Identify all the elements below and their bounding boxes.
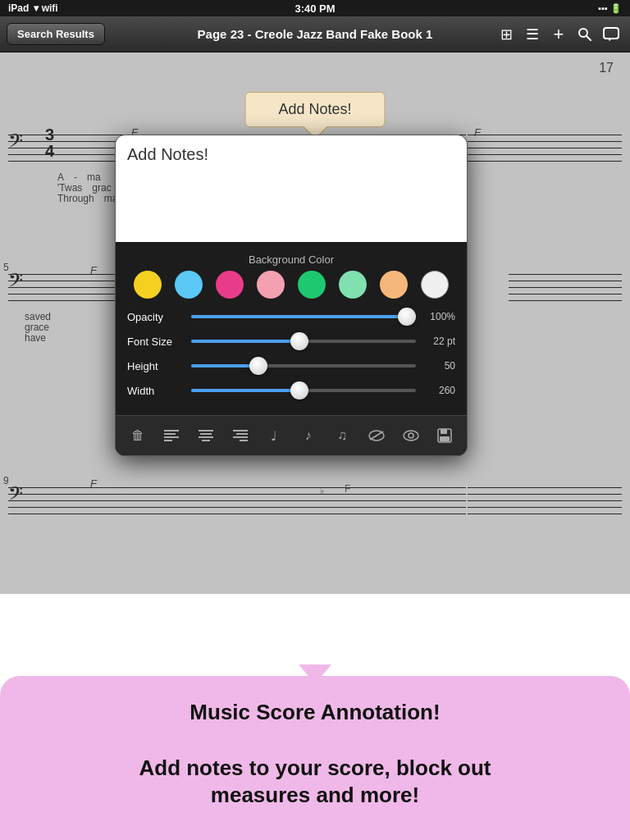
- nav-title: Page 23 - Creole Jazz Band Fake Book 1: [198, 27, 433, 41]
- svg-rect-3: [164, 430, 179, 431]
- note-panel: Add Notes! Background Color Opacity: [115, 135, 468, 456]
- svg-rect-6: [164, 440, 172, 441]
- annotation-line2: Add notes to your score, block out: [33, 755, 597, 783]
- color-peach[interactable]: [380, 271, 408, 299]
- nav-icons: ⊞ ☰ +: [494, 22, 623, 47]
- trash-icon[interactable]: 🗑: [125, 422, 151, 449]
- width-value: 260: [422, 385, 455, 396]
- annotation-bubble: Music Score Annotation! Add notes to you…: [0, 676, 630, 840]
- time-display: 3:40 PM: [294, 2, 335, 15]
- svg-rect-11: [233, 430, 248, 431]
- list-view-icon[interactable]: ☰: [520, 22, 545, 47]
- annotation-line3: measures and more!: [33, 782, 597, 810]
- sheet-area: 17 𝄢 34: [0, 52, 630, 594]
- width-row: Width 260: [127, 382, 455, 399]
- save-icon[interactable]: [431, 422, 458, 449]
- svg-rect-13: [233, 436, 248, 438]
- status-bar: iPad ▾ wifi 3:40 PM ▪▪▪ 🔋: [0, 0, 630, 16]
- annotation-line1: Music Score Annotation!: [33, 699, 597, 727]
- color-green[interactable]: [298, 271, 326, 299]
- device-label: iPad: [8, 2, 29, 14]
- bubble-pointer: [299, 664, 331, 684]
- color-mint[interactable]: [339, 271, 367, 299]
- color-pink-light[interactable]: [257, 271, 285, 299]
- color-yellow[interactable]: [134, 271, 162, 299]
- color-swatches: [127, 271, 455, 299]
- note-eighth-icon[interactable]: ♪: [295, 422, 322, 449]
- svg-rect-2: [604, 28, 619, 39]
- height-slider[interactable]: [191, 358, 416, 374]
- note-beamed-icon[interactable]: ♫: [329, 422, 355, 449]
- svg-rect-7: [199, 430, 213, 431]
- svg-rect-12: [236, 433, 248, 435]
- eye-open-icon[interactable]: [398, 422, 424, 449]
- align-left-icon[interactable]: [158, 422, 185, 449]
- svg-rect-20: [441, 429, 447, 434]
- height-row: Height 50: [127, 358, 455, 374]
- wifi-icon: ▾ wifi: [34, 2, 57, 14]
- note-text-input[interactable]: Add Notes!: [116, 135, 467, 242]
- color-white[interactable]: [421, 271, 449, 299]
- tooltip-label: Add Notes!: [278, 101, 351, 117]
- nav-bar: Search Results Page 23 - Creole Jazz Ban…: [0, 16, 630, 52]
- opacity-value: 100%: [422, 311, 455, 322]
- svg-rect-5: [164, 436, 179, 438]
- add-notes-tooltip: Add Notes!: [244, 92, 385, 127]
- height-value: 50: [422, 360, 455, 372]
- color-blue[interactable]: [175, 271, 203, 299]
- align-center-icon[interactable]: [193, 422, 219, 449]
- opacity-label: Opacity: [127, 311, 185, 323]
- svg-rect-10: [202, 440, 210, 441]
- background-color-label: Background Color: [127, 253, 455, 266]
- note-quarter-icon[interactable]: ♩: [261, 422, 287, 449]
- svg-rect-14: [240, 440, 248, 441]
- opacity-slider[interactable]: [191, 308, 416, 325]
- battery-icon: ▪▪▪ 🔋: [598, 3, 622, 14]
- font-size-slider[interactable]: [191, 333, 416, 349]
- font-size-label: Font Size: [127, 336, 185, 348]
- font-size-value: 22 pt: [422, 336, 455, 347]
- height-label: Height: [127, 360, 185, 372]
- opacity-row: Opacity 100%: [127, 308, 455, 325]
- width-label: Width: [127, 385, 185, 397]
- add-icon[interactable]: +: [546, 22, 571, 47]
- font-size-row: Font Size 22 pt: [127, 333, 455, 349]
- color-pink-hot[interactable]: [216, 271, 244, 299]
- search-icon[interactable]: [573, 22, 597, 47]
- align-right-icon[interactable]: [227, 422, 253, 449]
- search-results-button[interactable]: Search Results: [7, 23, 105, 45]
- svg-rect-9: [199, 436, 213, 438]
- note-panel-body: Background Color Opacity: [116, 245, 467, 415]
- width-slider[interactable]: [191, 382, 416, 399]
- svg-rect-21: [440, 436, 450, 441]
- speech-bubble-icon[interactable]: [599, 22, 623, 47]
- annotation-text: Music Score Annotation! Add notes to you…: [33, 699, 597, 810]
- svg-point-17: [404, 431, 418, 441]
- svg-point-18: [409, 433, 413, 438]
- panel-toolbar: 🗑: [116, 415, 467, 455]
- svg-line-16: [370, 431, 383, 440]
- eye-icon[interactable]: [363, 422, 390, 449]
- svg-line-1: [587, 36, 591, 40]
- svg-rect-8: [200, 433, 212, 435]
- grid-view-icon[interactable]: ⊞: [494, 22, 518, 47]
- svg-rect-4: [164, 433, 176, 435]
